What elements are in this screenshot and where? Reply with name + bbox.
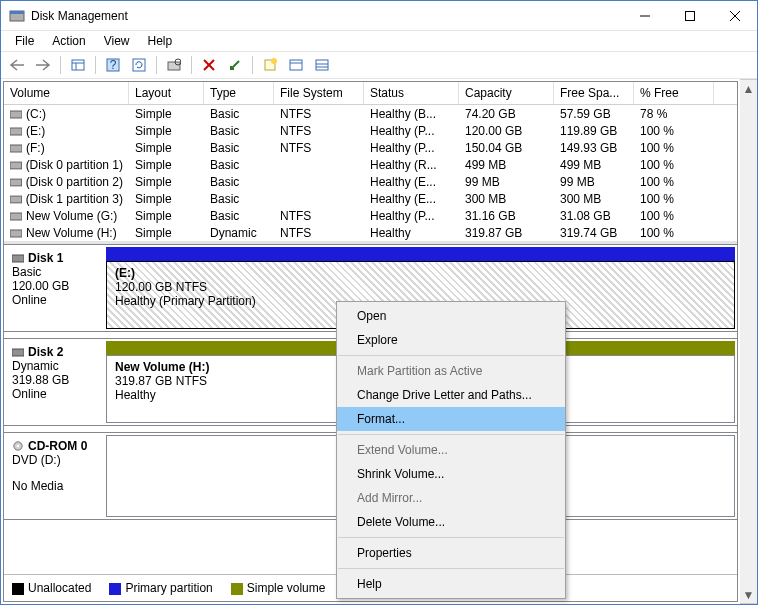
- volume-pct: 100 %: [634, 192, 714, 206]
- ctx-mirror[interactable]: Add Mirror...: [337, 486, 565, 510]
- view-button[interactable]: [66, 54, 90, 76]
- svg-rect-24: [10, 128, 22, 135]
- cdrom-icon: [12, 441, 24, 451]
- volume-layout: Simple: [129, 175, 204, 189]
- menu-help[interactable]: Help: [140, 32, 181, 50]
- volume-type: Basic: [204, 192, 274, 206]
- volume-name: (Disk 1 partition 3): [26, 192, 123, 206]
- volume-free: 499 MB: [554, 158, 634, 172]
- volume-capacity: 319.87 GB: [459, 226, 554, 240]
- format-toolbar-button[interactable]: [223, 54, 247, 76]
- ctx-delete[interactable]: Delete Volume...: [337, 510, 565, 534]
- volume-capacity: 99 MB: [459, 175, 554, 189]
- disk-state: Online: [12, 387, 96, 401]
- volume-row[interactable]: New Volume (H:)SimpleDynamicNTFSHealthy3…: [4, 224, 737, 241]
- ctx-properties[interactable]: Properties: [337, 541, 565, 565]
- maximize-button[interactable]: [667, 1, 712, 30]
- volume-row[interactable]: (Disk 0 partition 2)SimpleBasicHealthy (…: [4, 173, 737, 190]
- svg-rect-30: [10, 230, 22, 237]
- volume-status: Healthy (P...: [364, 124, 459, 138]
- ctx-format[interactable]: Format...: [337, 407, 565, 431]
- volume-row[interactable]: (C:)SimpleBasicNTFSHealthy (B...74.20 GB…: [4, 105, 737, 122]
- disk-management-window: Disk Management File Action View Help ?: [0, 0, 758, 605]
- col-capacity[interactable]: Capacity: [459, 82, 554, 104]
- menu-action[interactable]: Action: [44, 32, 93, 50]
- ctx-explore[interactable]: Explore: [337, 328, 565, 352]
- close-button[interactable]: [712, 1, 757, 30]
- col-pct[interactable]: % Free: [634, 82, 714, 104]
- rescan-button[interactable]: [162, 54, 186, 76]
- volume-free: 99 MB: [554, 175, 634, 189]
- volume-row[interactable]: New Volume (G:)SimpleBasicNTFSHealthy (P…: [4, 207, 737, 224]
- ctx-extend[interactable]: Extend Volume...: [337, 438, 565, 462]
- volume-name: (F:): [26, 141, 45, 155]
- volume-name: (Disk 0 partition 1): [26, 158, 123, 172]
- volume-icon: [10, 177, 22, 187]
- app-icon: [9, 8, 25, 24]
- volume-row[interactable]: (E:)SimpleBasicNTFSHealthy (P...120.00 G…: [4, 122, 737, 139]
- volume-capacity: 120.00 GB: [459, 124, 554, 138]
- menubar: File Action View Help: [1, 31, 757, 51]
- legend-simple: Simple volume: [231, 581, 326, 595]
- refresh-button[interactable]: [127, 54, 151, 76]
- volume-type: Basic: [204, 209, 274, 223]
- col-free[interactable]: Free Spa...: [554, 82, 634, 104]
- ctx-mark-active[interactable]: Mark Partition as Active: [337, 359, 565, 383]
- volume-row[interactable]: (Disk 1 partition 3)SimpleBasicHealthy (…: [4, 190, 737, 207]
- scroll-up-icon[interactable]: ▲: [740, 80, 757, 97]
- help-toolbar-button[interactable]: ?: [101, 54, 125, 76]
- vertical-scrollbar[interactable]: ▲ ▼: [740, 79, 757, 604]
- volume-layout: Simple: [129, 209, 204, 223]
- col-fs[interactable]: File System: [274, 82, 364, 104]
- disk-info: Disk 2 Dynamic 319.88 GB Online: [4, 339, 104, 425]
- svg-point-34: [17, 445, 20, 448]
- volume-pct: 100 %: [634, 209, 714, 223]
- volume-row[interactable]: (F:)SimpleBasicNTFSHealthy (P...150.04 G…: [4, 139, 737, 156]
- ctx-shrink[interactable]: Shrink Volume...: [337, 462, 565, 486]
- volume-status: Healthy (P...: [364, 141, 459, 155]
- col-type[interactable]: Type: [204, 82, 274, 104]
- svg-rect-20: [316, 60, 328, 70]
- volume-free: 57.59 GB: [554, 107, 634, 121]
- volume-layout: Simple: [129, 192, 204, 206]
- volume-fs: NTFS: [274, 209, 364, 223]
- volume-fs: NTFS: [274, 141, 364, 155]
- col-volume[interactable]: Volume: [4, 82, 129, 104]
- disk-type: Basic: [12, 265, 96, 279]
- volume-layout: Simple: [129, 141, 204, 155]
- volume-row[interactable]: (Disk 0 partition 1)SimpleBasicHealthy (…: [4, 156, 737, 173]
- minimize-button[interactable]: [622, 1, 667, 30]
- volume-free: 149.93 GB: [554, 141, 634, 155]
- legend-unallocated: Unallocated: [12, 581, 91, 595]
- disk-info: Disk 1 Basic 120.00 GB Online: [4, 245, 104, 331]
- settings-toolbar-button[interactable]: [284, 54, 308, 76]
- menu-view[interactable]: View: [96, 32, 138, 50]
- partition-size: 120.00 GB NTFS: [115, 280, 726, 294]
- svg-rect-11: [133, 59, 145, 71]
- svg-rect-29: [10, 213, 22, 220]
- disk-size: 319.88 GB: [12, 373, 96, 387]
- col-status[interactable]: Status: [364, 82, 459, 104]
- col-layout[interactable]: Layout: [129, 82, 204, 104]
- volume-type: Basic: [204, 107, 274, 121]
- titlebar: Disk Management: [1, 1, 757, 31]
- menu-file[interactable]: File: [7, 32, 42, 50]
- scroll-down-icon[interactable]: ▼: [740, 586, 757, 603]
- back-button[interactable]: [5, 54, 29, 76]
- volume-type: Dynamic: [204, 226, 274, 240]
- forward-button[interactable]: [31, 54, 55, 76]
- volume-status: Healthy (B...: [364, 107, 459, 121]
- delete-toolbar-button[interactable]: [197, 54, 221, 76]
- volume-status: Healthy (E...: [364, 175, 459, 189]
- ctx-open[interactable]: Open: [337, 304, 565, 328]
- new-toolbar-button[interactable]: [258, 54, 282, 76]
- svg-rect-1: [10, 11, 24, 14]
- volume-list[interactable]: Volume Layout Type File System Status Ca…: [4, 82, 737, 241]
- svg-rect-25: [10, 145, 22, 152]
- ctx-help[interactable]: Help: [337, 572, 565, 596]
- volume-icon: [10, 228, 22, 238]
- volume-icon: [10, 194, 22, 204]
- disk-state: Online: [12, 293, 96, 307]
- list-toolbar-button[interactable]: [310, 54, 334, 76]
- ctx-change-drive[interactable]: Change Drive Letter and Paths...: [337, 383, 565, 407]
